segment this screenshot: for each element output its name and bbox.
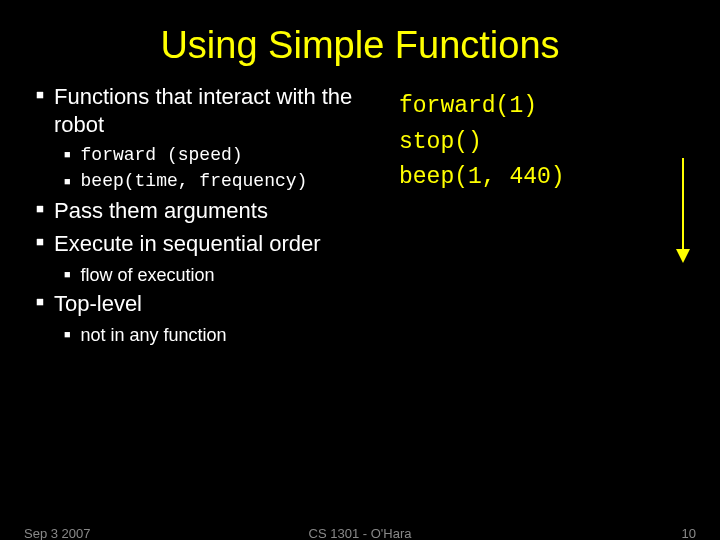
- bullet-icon: ■: [64, 144, 81, 161]
- bullet-text: Functions that interact with the robot: [54, 83, 391, 138]
- bullet-icon: ■: [36, 230, 54, 250]
- slide-title: Using Simple Functions: [0, 0, 720, 79]
- code-line: stop(): [399, 125, 700, 161]
- footer-center: CS 1301 - O'Hara: [0, 526, 720, 540]
- bullet-text: forward (speed): [81, 144, 243, 167]
- bullet-text: Pass them arguments: [54, 197, 268, 225]
- bullet-text: flow of execution: [81, 264, 215, 287]
- bullet-item: ■ Top-level: [36, 290, 391, 318]
- bullet-icon: ■: [36, 290, 54, 310]
- bullet-text: Execute in sequential order: [54, 230, 321, 258]
- bullet-item: ■ Functions that interact with the robot: [36, 83, 391, 138]
- bullet-icon: ■: [64, 264, 81, 281]
- code-line: forward(1): [399, 89, 700, 125]
- bullet-column: ■ Functions that interact with the robot…: [36, 83, 391, 350]
- bullet-icon: ■: [64, 324, 81, 341]
- bullet-icon: ■: [64, 170, 81, 187]
- bullet-text: beep(time, frequency): [81, 170, 308, 193]
- slide-body: ■ Functions that interact with the robot…: [0, 79, 720, 350]
- bullet-icon: ■: [36, 197, 54, 217]
- bullet-text: not in any function: [81, 324, 227, 347]
- bullet-sub-item: ■ beep(time, frequency): [36, 170, 391, 193]
- bullet-icon: ■: [36, 83, 54, 103]
- arrow-down-icon: [676, 158, 690, 263]
- slide: Using Simple Functions ■ Functions that …: [0, 0, 720, 540]
- bullet-sub-item: ■ flow of execution: [36, 264, 391, 287]
- bullet-sub-item: ■ not in any function: [36, 324, 391, 347]
- bullet-item: ■ Pass them arguments: [36, 197, 391, 225]
- code-line: beep(1, 440): [399, 160, 700, 196]
- code-column: forward(1) stop() beep(1, 440): [391, 83, 700, 350]
- bullet-text: Top-level: [54, 290, 142, 318]
- slide-number: 10: [682, 526, 696, 540]
- bullet-item: ■ Execute in sequential order: [36, 230, 391, 258]
- bullet-sub-item: ■ forward (speed): [36, 144, 391, 167]
